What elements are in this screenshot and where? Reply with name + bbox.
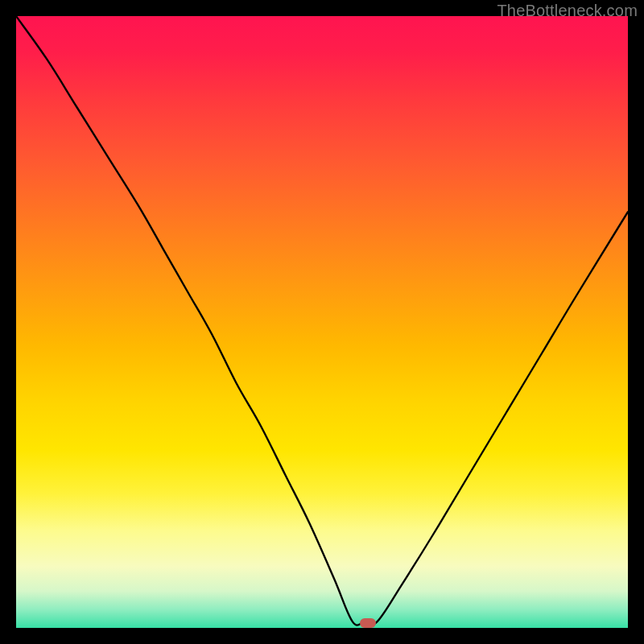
watermark-text: TheBottleneck.com: [497, 2, 638, 20]
plot-area: [16, 16, 628, 628]
minimum-marker: [360, 618, 376, 628]
chart-frame: TheBottleneck.com: [0, 0, 644, 644]
bottleneck-curve-path: [16, 16, 628, 625]
curve-layer: [16, 16, 628, 628]
